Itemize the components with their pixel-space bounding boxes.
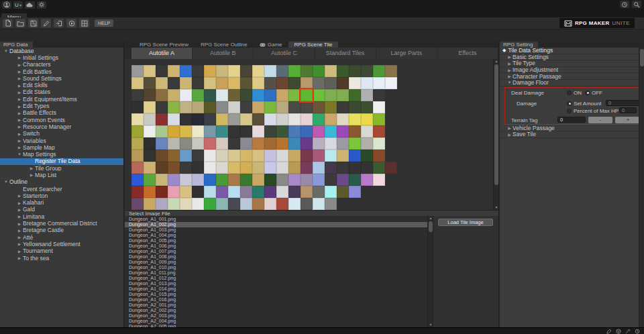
tile-cell[interactable] [216, 150, 228, 162]
tile-cell[interactable] [216, 186, 228, 198]
percent-field[interactable]: 0 [619, 107, 637, 113]
tile-cell[interactable] [180, 77, 192, 89]
tile-cell[interactable] [361, 150, 373, 162]
tile-grid-scrollbar[interactable]: ▲ ▼ [493, 59, 498, 210]
tile-cell[interactable] [325, 89, 337, 101]
tile-image-icon[interactable] [79, 19, 89, 27]
tree-item-sample-map[interactable]: ▶Sample Map [0, 144, 123, 151]
build-icon[interactable] [625, 329, 631, 334]
file-list-scrollbar[interactable]: ▲ ▼ [427, 216, 433, 327]
tile-cell[interactable] [252, 137, 264, 150]
tile-cell[interactable] [301, 150, 313, 162]
tile-cell[interactable] [325, 101, 337, 113]
cloud-icon[interactable] [25, 1, 35, 9]
tile-cell[interactable] [168, 162, 180, 174]
tile-cell[interactable] [180, 113, 192, 125]
tile-cell[interactable] [264, 198, 276, 210]
tile-cell[interactable] [228, 162, 240, 174]
file-row[interactable]: Dungeon_A1_008.png [125, 254, 427, 260]
scene-tab-rpg-scene-tile[interactable]: RPG Scene Tile [288, 42, 339, 48]
tile-cell[interactable] [264, 125, 276, 137]
tile-cell[interactable] [313, 113, 325, 125]
tile-cell[interactable] [288, 174, 301, 186]
chevron-down-icon[interactable]: ▼ [3, 49, 9, 53]
tile-cell[interactable] [288, 150, 301, 162]
file-row[interactable]: Dungeon_A1_010.png [125, 265, 427, 270]
tile-cell[interactable] [301, 77, 313, 89]
tile-cell[interactable] [252, 150, 264, 162]
tree-item-bretagne-commercial-district[interactable]: ▶Bretagne Commercial District [0, 220, 123, 227]
help-button[interactable]: HELP [95, 19, 113, 27]
chevron-right-icon[interactable]: ▶ [16, 228, 23, 233]
tile-cell[interactable] [156, 101, 168, 113]
tile-cell[interactable] [373, 113, 385, 125]
tile-cell[interactable] [168, 113, 180, 125]
tile-cell[interactable] [180, 89, 192, 101]
tile-cell[interactable] [156, 77, 168, 89]
tile-cell[interactable] [168, 89, 180, 101]
tile-cell[interactable] [228, 65, 240, 77]
rpg-setting-scrollbar[interactable] [639, 48, 644, 327]
tile-cell[interactable] [156, 186, 168, 198]
tile-cell[interactable] [216, 101, 228, 113]
tile-cell[interactable] [240, 65, 252, 77]
tile-cell[interactable] [216, 65, 228, 77]
tree-item-to-the-sea[interactable]: ▶To the sea [0, 255, 123, 262]
file-row[interactable]: Dungeon_A1_007.png [125, 249, 427, 254]
tile-cell[interactable] [240, 137, 252, 150]
file-row[interactable]: Dungeon_A1_012.png [125, 276, 427, 281]
tile-cell[interactable] [168, 125, 180, 137]
tile-cell[interactable] [361, 65, 373, 77]
tile-cell[interactable] [192, 113, 204, 125]
tile-cell[interactable] [144, 150, 156, 162]
tile-cell[interactable] [349, 174, 361, 186]
tile-cell[interactable] [337, 77, 349, 89]
tile-cell[interactable] [144, 198, 156, 210]
tile-cell[interactable] [131, 113, 144, 125]
chevron-right-icon[interactable]: ▶ [28, 166, 35, 170]
tile-cell[interactable] [276, 113, 288, 125]
tile-cell[interactable] [288, 65, 301, 77]
tile-cell[interactable] [228, 198, 240, 210]
tile-cell[interactable] [131, 186, 144, 198]
tile-cell[interactable] [240, 162, 252, 174]
tile-cell[interactable] [204, 198, 216, 210]
file-row[interactable]: Dungeon_A2_002.png [125, 308, 427, 313]
tile-cell[interactable] [228, 137, 240, 150]
scrollbar-thumb[interactable] [494, 64, 498, 185]
tile-cell[interactable] [313, 89, 325, 101]
tile-cell[interactable] [180, 137, 192, 150]
chevron-right-icon[interactable]: ▶ [16, 207, 23, 212]
setting-item-save-tile[interactable]: ▶ Save Tile [500, 131, 644, 138]
chevron-right-icon[interactable]: ▶ [16, 55, 23, 60]
file-row[interactable]: Dungeon_A1_004.png [125, 233, 427, 238]
tile-cell[interactable] [144, 137, 156, 150]
tile-cell[interactable] [204, 162, 216, 174]
tile-cell[interactable] [156, 125, 168, 137]
percent-radio[interactable] [567, 109, 572, 113]
scroll-down-icon[interactable]: ▼ [494, 205, 499, 210]
chevron-right-icon[interactable]: ▶ [16, 111, 23, 115]
tree-item-outline[interactable]: ▼Outline [0, 179, 123, 186]
search-icon[interactable] [632, 1, 641, 8]
tile-cell[interactable] [313, 162, 325, 174]
tile-cell[interactable] [288, 137, 301, 150]
file-row[interactable]: Dungeon_A1_003.png [125, 227, 427, 233]
tile-cell[interactable] [252, 174, 264, 186]
tile-cell[interactable] [228, 77, 240, 89]
tile-cell[interactable] [216, 89, 228, 101]
gear-icon[interactable] [37, 1, 46, 9]
tile-cell[interactable] [288, 101, 301, 113]
tile-cell[interactable] [264, 77, 276, 89]
tile-cell[interactable] [325, 150, 337, 162]
tile-cell[interactable] [373, 101, 385, 113]
tile-cell[interactable] [252, 198, 264, 210]
scene-tab-game[interactable]: Game [254, 42, 288, 48]
tile-cell[interactable] [373, 77, 385, 89]
tree-item-switch[interactable]: ▶Switch [0, 131, 123, 137]
tile-cell[interactable] [180, 174, 192, 186]
tile-cell[interactable] [180, 186, 192, 198]
tree-item-edit-types[interactable]: ▶Edit Types [0, 103, 123, 109]
tile-cell[interactable] [252, 113, 264, 125]
tile-cell[interactable] [264, 186, 276, 198]
